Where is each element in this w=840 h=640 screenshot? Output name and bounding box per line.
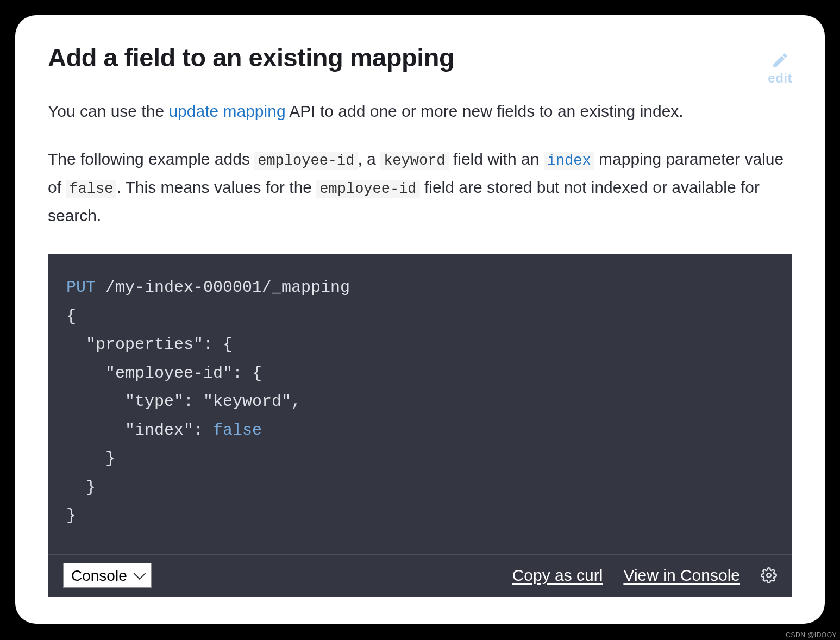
code-false: false bbox=[66, 180, 116, 198]
code-false-literal: false bbox=[213, 421, 262, 440]
http-method: PUT bbox=[66, 278, 96, 297]
language-select-wrap: Console bbox=[63, 561, 152, 590]
text: . This means values for the bbox=[116, 178, 316, 196]
code-line: } bbox=[66, 478, 96, 497]
text: The following example adds bbox=[48, 150, 254, 168]
copy-as-curl-link[interactable]: Copy as curl bbox=[512, 561, 603, 590]
code-line: "index": bbox=[66, 421, 213, 440]
intro-paragraph: You can use the update mapping API to ad… bbox=[48, 97, 792, 126]
code-footer: Console Copy as curl View in Console bbox=[48, 554, 792, 598]
code-employee-id-2: employee-id bbox=[316, 180, 419, 198]
index-param-link[interactable]: index bbox=[544, 150, 594, 168]
watermark: CSDN @IDOOY bbox=[786, 631, 837, 639]
request-path: /my-index-000001/_mapping bbox=[96, 278, 350, 297]
pencil-icon bbox=[771, 51, 789, 73]
code-index-link: index bbox=[544, 152, 594, 170]
code-line: "properties": { bbox=[66, 335, 233, 354]
heading-row: Add a field to an existing mapping edit bbox=[48, 42, 792, 97]
text: , a bbox=[358, 150, 380, 168]
doc-card: Add a field to an existing mapping edit … bbox=[15, 15, 825, 624]
view-in-console-link[interactable]: View in Console bbox=[623, 561, 740, 590]
example-paragraph: The following example adds employee-id, … bbox=[48, 145, 792, 230]
code-line: "type": "keyword", bbox=[66, 392, 301, 411]
edit-button[interactable]: edit bbox=[768, 51, 792, 86]
svg-point-0 bbox=[767, 573, 771, 578]
code-line: } bbox=[66, 506, 76, 525]
code-block: PUT /my-index-000001/_mapping { "propert… bbox=[48, 254, 792, 597]
gear-icon bbox=[761, 567, 777, 583]
language-select[interactable]: Console bbox=[63, 563, 152, 588]
text: You can use the bbox=[48, 102, 168, 120]
text: API to add one or more new fields to an … bbox=[286, 102, 684, 120]
page-title: Add a field to an existing mapping bbox=[48, 42, 454, 72]
update-mapping-link[interactable]: update mapping bbox=[168, 102, 285, 120]
code-line: { bbox=[66, 307, 76, 325]
code-keyword: keyword bbox=[380, 152, 448, 170]
edit-label: edit bbox=[768, 71, 792, 86]
code-line: } bbox=[66, 449, 115, 468]
code-line: "employee-id": { bbox=[66, 364, 262, 382]
code-employee-id: employee-id bbox=[254, 152, 358, 170]
code-content[interactable]: PUT /my-index-000001/_mapping { "propert… bbox=[48, 254, 792, 554]
footer-actions: Copy as curl View in Console bbox=[512, 561, 777, 590]
text: field with an bbox=[449, 150, 544, 168]
settings-button[interactable] bbox=[761, 567, 777, 583]
